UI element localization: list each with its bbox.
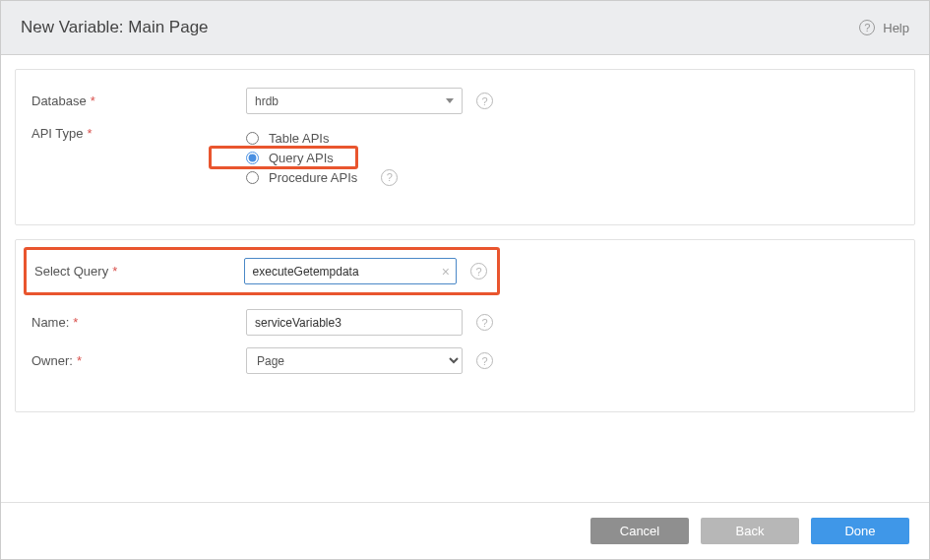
owner-select[interactable]: Page [246, 347, 463, 374]
label-name: Name:* [30, 315, 246, 330]
panel-database: Database* hrdb ? API Type* Tab [15, 69, 915, 225]
radio-input-query[interactable] [246, 152, 259, 164]
chevron-down-icon [446, 98, 454, 103]
info-icon[interactable]: ? [476, 352, 493, 369]
info-icon[interactable]: ? [470, 263, 487, 280]
label-apitype-text: API Type [31, 126, 84, 141]
cancel-button[interactable]: Cancel [590, 518, 689, 544]
dialog-title: New Variable: Main Page [21, 18, 209, 37]
radio-input-table[interactable] [246, 132, 259, 145]
radio-proc-apis[interactable]: Procedure APIs ? [246, 167, 463, 187]
info-icon[interactable]: ? [381, 169, 398, 186]
clear-icon[interactable]: × [442, 265, 450, 279]
row-apitype: API Type* Table APIs Query APIs [30, 126, 900, 187]
radio-label-query: Query APIs [269, 151, 334, 165]
titlebar: New Variable: Main Page ? Help [1, 1, 929, 55]
panel-query: Select Query* × ? Name:* ? Own [15, 239, 915, 412]
label-database: Database* [30, 93, 246, 108]
help-link[interactable]: ? Help [859, 20, 909, 35]
done-button[interactable]: Done [811, 518, 909, 544]
control-selectquery: × [244, 258, 457, 284]
row-selectquery-highlight: Select Query* × ? [24, 247, 500, 295]
radio-query-apis[interactable]: Query APIs [246, 148, 463, 167]
label-owner-text: Owner: [31, 353, 73, 368]
help-icon: ? [859, 20, 875, 35]
row-name: Name:* ? [30, 309, 900, 336]
radio-query-wrapper: Query APIs [246, 148, 463, 167]
label-owner: Owner:* [30, 353, 246, 368]
dialog-footer: Cancel Back Done [1, 502, 929, 559]
control-database: hrdb [246, 88, 463, 114]
label-name-text: Name: [31, 315, 69, 330]
label-database-text: Database [31, 93, 87, 108]
required-marker: * [77, 353, 82, 368]
row-owner: Owner:* Page ? [30, 347, 900, 374]
required-marker: * [91, 93, 95, 108]
label-apitype: API Type* [30, 126, 246, 141]
required-marker: * [112, 264, 117, 279]
info-icon[interactable]: ? [476, 93, 493, 109]
name-input[interactable] [246, 309, 463, 336]
label-selectquery: Select Query* [32, 264, 244, 279]
required-marker: * [88, 126, 93, 141]
row-database: Database* hrdb ? [30, 88, 900, 114]
control-name [246, 309, 463, 336]
radio-label-proc: Procedure APIs [269, 170, 357, 185]
selectquery-input[interactable] [244, 258, 457, 284]
radio-input-proc[interactable] [246, 171, 259, 184]
radio-group-apitype: Table APIs Query APIs Procedure APIs ? [246, 126, 463, 187]
required-marker: * [73, 315, 78, 330]
database-select[interactable]: hrdb [246, 88, 463, 114]
database-select-value: hrdb [255, 94, 279, 108]
info-icon[interactable]: ? [476, 314, 493, 331]
control-owner: Page [246, 347, 463, 374]
radio-table-apis[interactable]: Table APIs [246, 128, 463, 148]
help-label: Help [883, 21, 909, 35]
dialog-body: Database* hrdb ? API Type* Tab [1, 55, 929, 502]
dialog-window: New Variable: Main Page ? Help Database*… [0, 0, 930, 560]
back-button[interactable]: Back [701, 518, 799, 544]
label-selectquery-text: Select Query [34, 264, 108, 279]
radio-label-table: Table APIs [269, 131, 329, 146]
